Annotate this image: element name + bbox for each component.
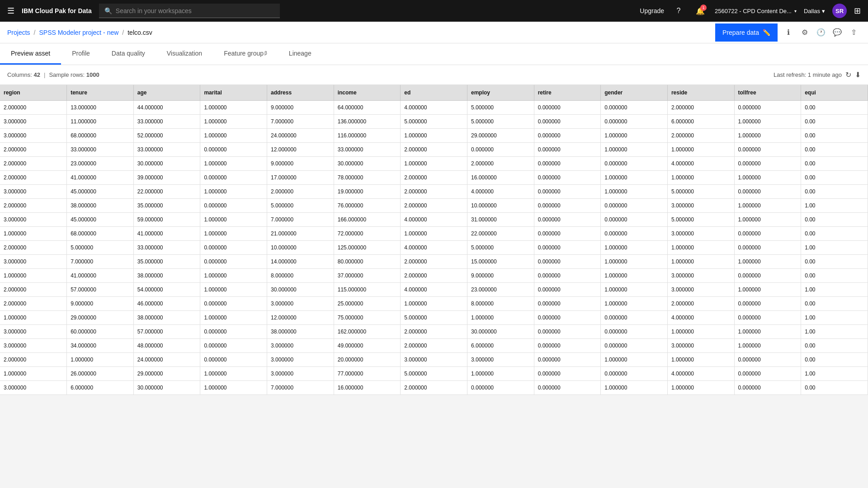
table-cell: 2.000000 xyxy=(467,157,534,171)
table-cell: 26.000000 xyxy=(67,367,134,381)
table-cell: 1.00 xyxy=(801,283,868,297)
table-cell: 6.000000 xyxy=(667,115,734,129)
avatar[interactable]: SR xyxy=(832,4,847,18)
table-cell: 30.000000 xyxy=(133,157,200,171)
table-cell: 41.000000 xyxy=(67,269,134,283)
table-cell: 0.000000 xyxy=(734,367,801,381)
table-cell: 45.000000 xyxy=(67,185,134,199)
table-cell: 1.000000 xyxy=(734,283,801,297)
table-cell: 57.000000 xyxy=(133,325,200,339)
table-cell: 33.000000 xyxy=(133,241,200,255)
table-cell: 0.00 xyxy=(801,171,868,185)
tab-feature-group-label: Feature group xyxy=(224,50,264,57)
table-cell: 38.000000 xyxy=(133,269,200,283)
table-cell: 9.000000 xyxy=(467,269,534,283)
table-cell: 30.000000 xyxy=(133,381,200,395)
table-row: 1.00000026.00000029.0000001.0000003.0000… xyxy=(0,367,868,381)
table-cell: 0.000000 xyxy=(200,241,267,255)
table-cell: 9.000000 xyxy=(67,297,134,311)
tab-feature-group[interactable]: Feature groupβ xyxy=(213,43,278,65)
col-marital: marital xyxy=(200,85,267,101)
table-header-row: region tenure age marital address income… xyxy=(0,85,868,101)
table-info-right: Last refresh: 1 minute ago ↻ ⬇ xyxy=(774,70,861,79)
app-logo: IBM Cloud Pak for Data xyxy=(22,7,92,14)
table-cell: 24.000000 xyxy=(133,353,200,367)
breadcrumb-projects[interactable]: Projects xyxy=(7,29,30,36)
table-cell: 10.000000 xyxy=(467,199,534,213)
history-icon[interactable]: 🕐 xyxy=(814,25,828,40)
share-icon[interactable]: ⇧ xyxy=(846,25,861,40)
table-cell: 33.000000 xyxy=(334,143,401,157)
tab-lineage[interactable]: Lineage xyxy=(278,43,322,65)
table-cell: 11.000000 xyxy=(67,115,134,129)
table-cell: 0.00 xyxy=(801,129,868,143)
table-cell: 3.000000 xyxy=(267,353,334,367)
download-icon[interactable]: ⬇ xyxy=(855,70,861,79)
table-cell: 15.000000 xyxy=(467,255,534,269)
notification-icon[interactable]: 🔔 1 xyxy=(693,4,708,18)
tab-visualization[interactable]: Visualization xyxy=(156,43,213,65)
table-cell: 3.000000 xyxy=(667,199,734,213)
table-cell: 2.000000 xyxy=(667,297,734,311)
table-cell: 1.000000 xyxy=(467,367,534,381)
table-cell: 22.000000 xyxy=(467,227,534,241)
table-cell: 0.00 xyxy=(801,115,868,129)
table-cell: 30.000000 xyxy=(334,157,401,171)
table-cell: 76.000000 xyxy=(334,199,401,213)
toolbar-icons: ℹ ⚙ 🕐 💬 ⇧ xyxy=(781,25,861,40)
table-cell: 12.000000 xyxy=(267,143,334,157)
table-cell: 48.000000 xyxy=(133,339,200,353)
table-cell: 1.000000 xyxy=(601,171,668,185)
table-cell: 0.00 xyxy=(801,381,868,395)
menu-icon[interactable]: ☰ xyxy=(7,6,14,16)
refresh-icon[interactable]: ↻ xyxy=(845,70,851,79)
table-cell: 3.000000 xyxy=(267,297,334,311)
breadcrumb-project[interactable]: SPSS Modeler project - new xyxy=(39,29,118,36)
table-cell: 116.000000 xyxy=(334,129,401,143)
table-cell: 52.000000 xyxy=(133,129,200,143)
notification-badge: 1 xyxy=(700,5,707,11)
apps-grid-icon[interactable]: ⊞ xyxy=(854,6,861,16)
comment-icon[interactable]: 💬 xyxy=(830,25,844,40)
table-cell: 34.000000 xyxy=(67,339,134,353)
table-cell: 0.000000 xyxy=(534,115,601,129)
table-cell: 3.000000 xyxy=(667,269,734,283)
table-cell: 0.00 xyxy=(801,101,868,115)
help-icon[interactable]: ? xyxy=(671,4,686,18)
table-row: 1.00000029.00000038.0000001.00000012.000… xyxy=(0,311,868,325)
region-switcher[interactable]: Dallas ▾ xyxy=(804,8,825,14)
table-cell: 1.000000 xyxy=(601,185,668,199)
table-cell: 2.000000 xyxy=(0,241,67,255)
tab-data-quality-label: Data quality xyxy=(112,50,145,57)
table-cell: 5.000000 xyxy=(401,311,467,325)
table-cell: 60.000000 xyxy=(67,325,134,339)
prepare-data-button[interactable]: Prepare data ✏️ xyxy=(715,23,778,42)
tab-data-quality[interactable]: Data quality xyxy=(101,43,156,65)
settings-icon[interactable]: ⚙ xyxy=(797,25,812,40)
col-address: address xyxy=(267,85,334,101)
upgrade-link[interactable]: Upgrade xyxy=(640,7,664,14)
table-cell: 45.000000 xyxy=(67,213,134,227)
table-cell: 0.000000 xyxy=(534,297,601,311)
search-input[interactable] xyxy=(116,7,274,14)
breadcrumb-current: telco.csv xyxy=(127,29,152,36)
table-cell: 0.00 xyxy=(801,157,868,171)
table-cell: 0.00 xyxy=(801,339,868,353)
data-table: region tenure age marital address income… xyxy=(0,85,868,395)
table-cell: 3.000000 xyxy=(0,339,67,353)
tab-preview-asset[interactable]: Preview asset xyxy=(0,43,61,65)
table-cell: 0.000000 xyxy=(534,241,601,255)
table-cell: 0.000000 xyxy=(534,269,601,283)
info-icon[interactable]: ℹ xyxy=(781,25,796,40)
breadcrumb-bar: Projects / SPSS Modeler project - new / … xyxy=(0,22,868,43)
table-row: 3.0000006.00000030.0000001.0000007.00000… xyxy=(0,381,868,395)
edit-icon: ✏️ xyxy=(763,29,770,36)
table-cell: 1.000000 xyxy=(601,255,668,269)
account-switcher[interactable]: 2560722 - CPD Content De... ▾ xyxy=(715,8,797,14)
table-cell: 78.000000 xyxy=(334,171,401,185)
table-cell: 24.000000 xyxy=(267,129,334,143)
search-bar[interactable]: 🔍 xyxy=(99,4,280,18)
table-cell: 3.000000 xyxy=(667,227,734,241)
tab-profile[interactable]: Profile xyxy=(61,43,101,65)
table-cell: 1.00 xyxy=(801,311,868,325)
